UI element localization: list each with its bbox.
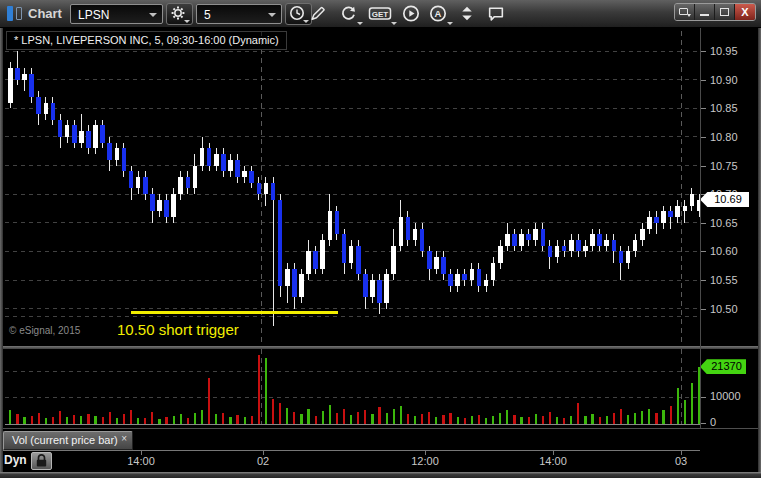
candle-body [675, 206, 680, 217]
candlestick-chart[interactable] [3, 28, 700, 346]
get-label: GET [372, 10, 389, 19]
symbol-combo[interactable]: LPSN [70, 4, 163, 24]
auto-tool-button[interactable]: A [428, 4, 452, 25]
volume-pane-tab[interactable]: Vol (current price bar) × [3, 431, 133, 450]
candle-body [228, 160, 233, 171]
chart-window: Chart LPSN 5 [0, 0, 761, 478]
volume-bar [208, 378, 210, 424]
volume-bar [357, 412, 359, 424]
reload-button[interactable] [338, 4, 362, 25]
titlebar[interactable]: Chart LPSN 5 [0, 0, 761, 28]
volume-bar [109, 412, 111, 424]
volume-bar [173, 416, 175, 424]
candle-body [548, 246, 553, 257]
get-data-button[interactable]: GET [368, 4, 396, 25]
close-button[interactable]: X [735, 4, 755, 20]
volume-bar [307, 409, 309, 424]
candle-body [285, 269, 290, 286]
volume-bar [52, 417, 54, 424]
play-button[interactable] [401, 4, 425, 25]
minimize-button[interactable] [695, 4, 715, 20]
chevron-down-icon [687, 14, 691, 17]
lock-icon [32, 453, 51, 469]
last-price-value: 10.69 [714, 193, 742, 205]
candle-body [214, 154, 219, 165]
candle-body [391, 246, 396, 275]
candle-body [519, 234, 524, 245]
close-icon[interactable]: × [121, 432, 127, 446]
volume-chart[interactable] [3, 349, 700, 427]
candle-body [207, 148, 212, 165]
chevron-down-icon [447, 22, 453, 25]
candle-body [264, 183, 269, 194]
price-tick-dash [701, 137, 706, 138]
volume-bar [244, 417, 246, 424]
candle-body [143, 177, 148, 194]
time-axis-label: 14:00 [539, 455, 567, 467]
volume-tick-dash [701, 423, 706, 424]
candle-body [399, 217, 404, 246]
candle-body [178, 177, 183, 194]
candle-body [406, 217, 411, 240]
candle-body [86, 131, 91, 148]
close-icon: X [741, 6, 748, 18]
last-price-tag: 10.69 [700, 192, 749, 207]
session-break-lines [261, 31, 681, 346]
time-axis-row[interactable]: Dyn 14:000212:0014:0003 [0, 450, 761, 472]
candle-body [100, 125, 105, 142]
volume-bar [591, 414, 593, 424]
volume-bar [187, 418, 189, 424]
maximize-button[interactable] [715, 4, 735, 20]
volume-bar [165, 417, 167, 424]
volume-bar [194, 413, 196, 424]
price-tick-dash [701, 108, 706, 109]
candle-body [590, 234, 595, 245]
candle-body [51, 103, 56, 120]
volume-bar [563, 418, 565, 424]
candle-body [690, 194, 695, 205]
maximize-icon [720, 8, 729, 16]
volume-bar [73, 415, 75, 424]
volume-bar [428, 412, 430, 424]
draw-tool-button[interactable] [308, 4, 332, 25]
candle-body [15, 68, 20, 79]
candle-body [583, 246, 588, 252]
volume-bar [577, 403, 579, 424]
volume-bar [599, 417, 601, 424]
price-axis-label: 10.75 [710, 160, 738, 172]
candle-body [129, 171, 134, 188]
interval-combo[interactable]: 5 [196, 4, 282, 24]
candle-body [122, 148, 127, 171]
candle-body [363, 274, 368, 297]
candle-body [320, 240, 325, 269]
candle-body [164, 200, 169, 217]
comment-button[interactable] [486, 4, 510, 25]
swap-arrows-icon [457, 4, 477, 23]
candle-body [150, 194, 155, 211]
candle-body [562, 246, 567, 252]
candle-body [377, 280, 382, 303]
volume-bar [549, 412, 551, 424]
volume-bar [670, 406, 672, 424]
chevron-down-icon[interactable] [268, 13, 276, 17]
popout-button[interactable] [675, 4, 695, 20]
candle-body [171, 194, 176, 217]
candle-body [441, 257, 446, 274]
auto-label: A [435, 8, 442, 19]
volume-bar [279, 403, 281, 424]
candle-body [200, 148, 205, 165]
lock-button[interactable] [31, 452, 52, 470]
candle-body [370, 280, 375, 297]
volume-bar [677, 388, 679, 424]
chevron-down-icon[interactable] [149, 13, 157, 17]
candle-body [668, 211, 673, 217]
annotation-text[interactable]: 10.50 short trigger [117, 321, 239, 338]
volume-bar [364, 410, 366, 424]
symbol-value: LPSN [78, 8, 109, 22]
link-button[interactable] [457, 4, 481, 25]
volume-bar [513, 415, 515, 424]
volume-bar [542, 416, 544, 424]
symbol-settings-button[interactable] [166, 3, 193, 25]
window-frame [0, 28, 3, 478]
candle-body [278, 200, 283, 286]
